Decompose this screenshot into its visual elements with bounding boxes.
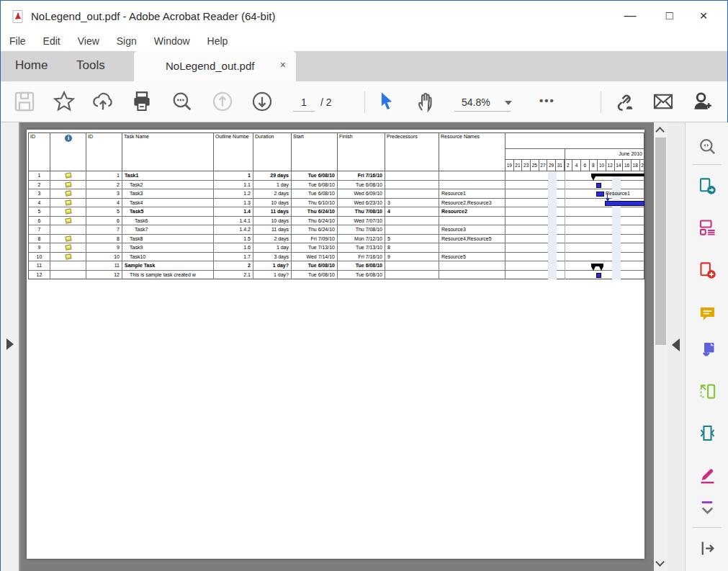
tab-home[interactable]: Home: [15, 58, 48, 73]
table-cell-res: Resource3: [439, 225, 505, 234]
menu-bar: FileEditViewSignWindowHelp: [1, 33, 727, 51]
table-cell-name: Task8: [122, 235, 214, 243]
table-cell-res: Resource4,Resource5: [439, 235, 505, 243]
table-cell-id: 4: [29, 199, 50, 207]
table-cell-name: Task1: [122, 171, 214, 180]
scrollbar-thumb[interactable]: [655, 138, 666, 345]
share-link-icon[interactable]: [612, 89, 637, 114]
gantt-day-tick: 12: [606, 160, 615, 171]
gantt-bar-label: Resource1: [606, 189, 630, 198]
select-tool-icon[interactable]: [374, 89, 399, 114]
menu-item-view[interactable]: View: [69, 33, 108, 47]
menu-item-sign[interactable]: Sign: [108, 33, 145, 47]
scroll-up-icon[interactable]: [657, 125, 664, 132]
main-toolbar: 1 / 2 54.8% •••: [1, 81, 727, 122]
next-page-icon[interactable]: [250, 89, 274, 114]
scroll-down-icon[interactable]: [657, 559, 664, 566]
page-number-input[interactable]: 1: [293, 94, 315, 112]
table-cell-res: Resource2,Resource3: [439, 199, 505, 207]
save-icon[interactable]: [12, 89, 37, 114]
note-indicator-cell: [50, 199, 86, 207]
table-cell-outline: 1.4.1: [214, 217, 253, 225]
table-cell-start: Thu 6/24/10: [292, 217, 338, 225]
gantt-month-row: June 2010: [505, 149, 644, 160]
document-area: IDiIDTask NameOutline NumbeDurationStart…: [1, 122, 728, 571]
share-cloud-upload-icon[interactable]: [91, 89, 115, 114]
zoom-dropdown-caret-icon[interactable]: [505, 101, 512, 105]
user-add-icon[interactable]: [690, 89, 714, 114]
table-cell-name: Task2: [122, 181, 214, 189]
table-cell-outline: 1.3: [214, 199, 253, 207]
menu-item-edit[interactable]: Edit: [35, 33, 69, 47]
expand-nav-pane-icon[interactable]: [6, 338, 14, 350]
tools-pane-strip: [668, 122, 685, 571]
table-cell-outline: 2.1: [214, 271, 253, 280]
table-cell-name: Task4: [122, 199, 214, 207]
menu-item-file[interactable]: File: [1, 33, 35, 47]
table-cell-duration: 2 days: [253, 235, 292, 243]
table-cell-outline: 1.2: [214, 189, 253, 198]
gantt-day-tick: 25: [531, 160, 539, 171]
note-indicator-cell: [50, 181, 86, 189]
previous-page-icon[interactable]: [210, 89, 235, 114]
table-cell-pred: 9: [385, 253, 439, 261]
document-tab-label: NoLegend_out.pdf: [166, 60, 254, 72]
table-cell-id: 7: [29, 225, 50, 234]
table-cell-pred: [385, 261, 439, 270]
note-indicator-cell: [50, 253, 86, 261]
note-indicator-cell: [50, 243, 86, 252]
maximize-button[interactable]: □: [652, 1, 688, 31]
table-cell-pred: 5: [385, 235, 439, 243]
export-pdf-tool-icon[interactable]: [698, 176, 717, 196]
compress-pdf-tool-icon[interactable]: [698, 423, 717, 443]
more-tools-icon[interactable]: [698, 498, 717, 518]
collapse-tools-pane-icon[interactable]: [672, 338, 680, 351]
table-cell-id: 5: [29, 207, 50, 216]
table-cell-res: [439, 171, 505, 180]
edit-pdf-tool-icon[interactable]: [698, 382, 717, 401]
table-cell-pred: [385, 171, 439, 180]
gantt-month-label: June 2010: [619, 151, 642, 156]
table-cell-id2: 4: [86, 199, 122, 207]
table-cell-pred: [385, 225, 439, 234]
note-icon: [65, 199, 71, 205]
more-options-icon[interactable]: •••: [539, 94, 555, 107]
print-icon[interactable]: [130, 89, 154, 114]
organize-pages-tool-icon[interactable]: [698, 340, 717, 359]
zoom-search-tool-icon[interactable]: [698, 137, 717, 156]
table-cell-pred: [385, 181, 439, 189]
tab-close-icon[interactable]: ×: [280, 59, 286, 71]
search-magnifier-icon[interactable]: [170, 89, 194, 114]
table-cell-start: Tue 6/08/10: [292, 261, 338, 270]
note-indicator-cell: [50, 189, 86, 198]
email-envelope-icon[interactable]: [651, 89, 675, 114]
tab-tools[interactable]: Tools: [76, 58, 105, 73]
zoom-level-input[interactable]: 54.8%: [454, 94, 511, 112]
table-cell-duration: 1 day?: [253, 261, 292, 270]
hand-tool-icon[interactable]: [413, 89, 438, 114]
create-pdf-tool-icon[interactable]: [698, 261, 717, 280]
menu-item-help[interactable]: Help: [199, 33, 237, 47]
table-cell-start: Tue 6/08/10: [292, 271, 338, 280]
table-cell-outline: 1.6: [214, 243, 253, 252]
gantt-month-gridline: [565, 171, 565, 279]
expand-pane-tool-icon[interactable]: [698, 539, 717, 558]
combine-files-tool-icon[interactable]: [698, 217, 717, 237]
table-cell-duration: 10 days: [253, 199, 292, 207]
table-header-cell-task-name: Task Name: [122, 133, 214, 171]
vertical-scrollbar[interactable]: [654, 122, 668, 571]
gantt-day-tick: 6: [581, 160, 590, 171]
table-cell-id2: 10: [86, 253, 122, 261]
table-cell-start: Thu 6/10/10: [292, 199, 338, 207]
favorites-star-icon[interactable]: [52, 89, 76, 114]
close-button[interactable]: ×: [686, 1, 722, 31]
note-icon: [65, 181, 71, 187]
tab-document[interactable]: NoLegend_out.pdf ×: [134, 51, 296, 81]
fill-sign-tool-icon[interactable]: [698, 465, 717, 485]
menu-item-window[interactable]: Window: [145, 33, 199, 47]
gantt-chart-area: Resource1: [505, 171, 644, 279]
minimize-button[interactable]: —: [612, 1, 648, 31]
comment-tool-icon[interactable]: [698, 304, 717, 323]
table-cell-pred: [385, 189, 439, 198]
note-indicator-cell: [50, 261, 86, 270]
